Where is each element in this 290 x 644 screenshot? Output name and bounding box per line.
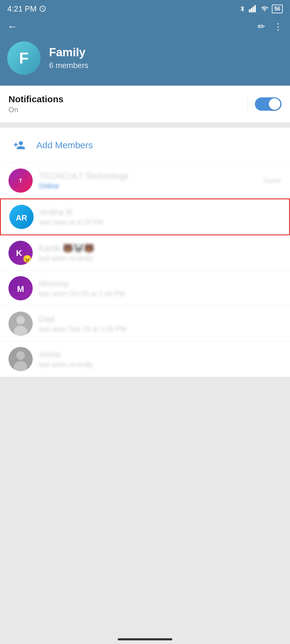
svg-text:AR: AR: [16, 213, 27, 222]
member-name-mommy: Mommy: [39, 279, 282, 289]
time-label: 4:21 PM: [7, 4, 37, 14]
add-members-label: Add Members: [36, 140, 93, 150]
svg-text:T: T: [19, 178, 22, 183]
member-name-kartik: Kartik 🐻🐼🐻: [39, 243, 282, 253]
status-bar: 4:21 PM 56: [0, 0, 290, 17]
section-separator: [0, 123, 290, 128]
group-info: Family 6 members: [49, 46, 88, 70]
member-info-dad: Dad last seen Sep 29 at 1:56 PM: [39, 314, 282, 333]
battery-indicator: 56: [272, 5, 283, 13]
svg-text:😠: 😠: [23, 254, 32, 263]
member-row-kartik[interactable]: K 😠 Kartik 🐻🐼🐻 last seen recently: [0, 235, 290, 271]
more-button[interactable]: ⋮: [274, 21, 283, 32]
bluetooth-icon: [239, 5, 246, 13]
member-name-dad: Dad: [39, 314, 282, 324]
member-row[interactable]: T TECHCULT Technology Online Owner: [0, 163, 290, 198]
battery-level: 56: [274, 6, 280, 12]
notifications-section: Notifications On: [0, 86, 290, 123]
group-member-count: 6 members: [49, 61, 88, 70]
wifi-icon: [260, 5, 269, 12]
toggle-track[interactable]: [255, 97, 282, 111]
member-row-mommy[interactable]: M Mommy last seen Oct 05 at 1:46 PM: [0, 271, 290, 306]
svg-point-17: [16, 351, 25, 360]
toggle-knob: [269, 98, 280, 110]
alarm-icon: [39, 5, 46, 12]
group-avatar: F: [7, 41, 41, 75]
members-section: Add Members T TECHCULT Technology Online: [0, 128, 290, 377]
member-row-dad[interactable]: Dad last seen Sep 29 at 1:56 PM: [0, 306, 290, 342]
notifications-toggle[interactable]: [255, 97, 282, 111]
member-name-anitha: Anitha R: [40, 208, 281, 217]
member-info-anitha: Anitha R last seen at 4:19 PM: [40, 208, 281, 227]
member-name-techcult: TECHCULT Technology: [39, 171, 258, 181]
member-avatar-dad: [8, 312, 33, 336]
status-time: 4:21 PM: [7, 4, 46, 14]
member-status-kartik: last seen recently: [39, 254, 282, 263]
member-info-annia: Annia last seen recently: [39, 350, 282, 369]
svg-text:M: M: [17, 284, 24, 294]
group-name: Family: [49, 46, 88, 59]
member-status-anitha: last seen at 4:19 PM: [40, 218, 281, 227]
notifications-title: Notifications: [8, 94, 240, 104]
member-avatar-kartik: K 😠: [8, 241, 33, 265]
member-status-mommy: last seen Oct 05 at 1:46 PM: [39, 290, 282, 298]
svg-rect-3: [254, 5, 256, 12]
member-avatar-anitha: AR: [9, 205, 34, 229]
member-avatar-annia: [8, 347, 33, 371]
notifications-text: Notifications On: [8, 94, 240, 114]
member-info-kartik: Kartik 🐻🐼🐻 last seen recently: [39, 243, 282, 263]
svg-rect-1: [251, 8, 252, 12]
back-button[interactable]: ←: [7, 21, 18, 32]
edit-button[interactable]: ✏: [258, 21, 265, 32]
add-members-row[interactable]: Add Members: [0, 128, 290, 163]
add-members-icon: [8, 134, 30, 156]
member-info-techcult: TECHCULT Technology Online: [39, 171, 258, 190]
status-icons: 56: [239, 5, 283, 13]
member-status-annia: last seen recently: [39, 361, 282, 369]
svg-rect-0: [249, 9, 250, 12]
svg-text:K: K: [16, 248, 22, 258]
member-row-anitha[interactable]: AR Anitha R last seen at 4:19 PM: [0, 198, 290, 235]
member-status-techcult: Online: [39, 182, 258, 190]
group-header: F Family 6 members: [0, 38, 290, 86]
divider: [247, 95, 248, 113]
top-bar: ← ✏ ⋮: [0, 17, 290, 38]
notifications-status: On: [8, 106, 240, 114]
member-avatar-mommy: M: [8, 276, 33, 300]
member-avatar-techcult: T: [8, 168, 33, 193]
member-name-annia: Annia: [39, 350, 282, 359]
signal-icon: [249, 5, 257, 12]
home-indicator: [118, 638, 172, 640]
member-status-dad: last seen Sep 29 at 1:56 PM: [39, 325, 282, 333]
svg-point-14: [16, 316, 25, 324]
member-badge-techcult: Owner: [264, 177, 282, 184]
svg-rect-2: [252, 7, 254, 12]
bottom-area: [0, 377, 290, 558]
member-row-annia[interactable]: Annia last seen recently: [0, 342, 290, 377]
member-info-mommy: Mommy last seen Oct 05 at 1:46 PM: [39, 279, 282, 298]
